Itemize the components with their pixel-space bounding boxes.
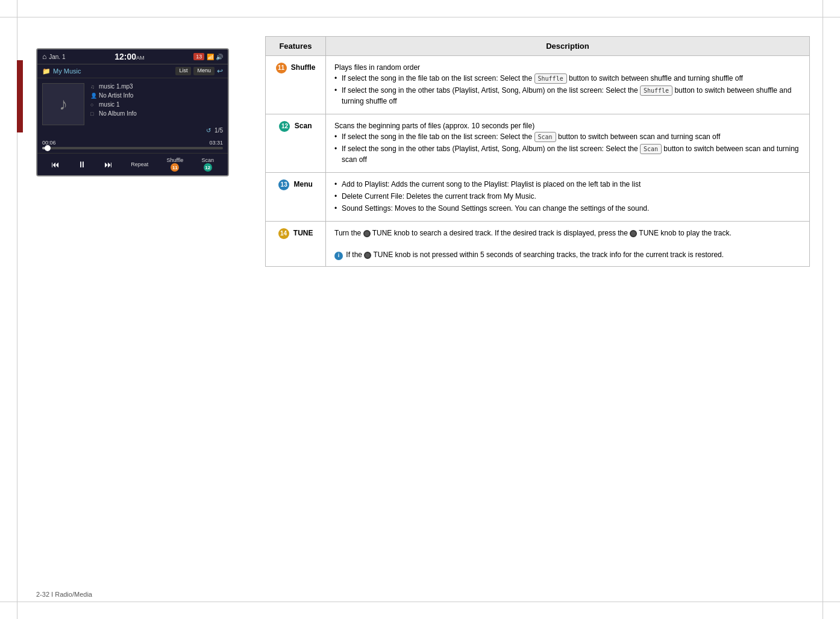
list-item: If select the song in the file tab on th… — [334, 131, 801, 142]
tune-feature-badge: 14 — [278, 228, 289, 239]
content-area: ⌂ Jan. 1 12:00AM 13 📶 🔊 📁 My Music — [36, 30, 810, 583]
page-border-bottom — [0, 602, 840, 602]
list-item: If select the song in the other tabs (Pl… — [334, 143, 801, 165]
screen-badge-num: 13 — [193, 53, 204, 60]
track-album-info: No Album Info — [99, 110, 137, 117]
music-label-text: My Music — [53, 67, 81, 75]
album-art: ♪ — [42, 83, 84, 125]
list-item: If select the song in the other tabs (Pl… — [334, 85, 801, 107]
track-file-name: music 1.mp3 — [99, 83, 133, 90]
info-circle-icon: i — [334, 252, 343, 260]
col-features-header: Features — [266, 37, 326, 56]
play-pause-button[interactable]: ⏸ — [78, 160, 86, 169]
scan-label-text: Scan — [201, 157, 214, 163]
track-file-row: ♫ music 1.mp3 — [90, 83, 223, 90]
list-item: If select the song in the file tab on th… — [334, 73, 801, 84]
features-table: Features Description 11 Shuffle Plays fi… — [265, 36, 810, 267]
screen-nav-buttons: List Menu ↩ — [175, 67, 223, 75]
scan-btn-inline2: Scan — [640, 144, 662, 154]
table-row: 11 Shuffle Plays files in random order I… — [266, 56, 810, 114]
screen-controls: ⏮ ⏸ ⏭ Repeat Shuffle 11 Scan 12 — [37, 153, 228, 175]
music-folder-icon: 📁 — [42, 67, 51, 75]
next-button[interactable]: ⏭ — [104, 160, 113, 169]
tune-info: i If the TUNE knob is not pressed within… — [334, 250, 724, 259]
scan-btn-inline: Scan — [534, 132, 556, 142]
scan-badge: 12 — [204, 163, 212, 172]
table-row: 13 Menu Add to Playlist: Adds the curren… — [266, 173, 810, 222]
shuffle-btn-inline2: Shuffle — [640, 86, 672, 96]
screen-date: Jan. 1 — [49, 54, 65, 60]
shuffle-label-text: Shuffle — [166, 157, 183, 163]
footer-text: 2-32 I Radio/Media — [36, 591, 92, 598]
device-screen: ⌂ Jan. 1 12:00AM 13 📶 🔊 📁 My Music — [36, 48, 229, 176]
music-note-icon: ♪ — [59, 95, 67, 114]
screen-body: ♪ ♫ music 1.mp3 👤 No Artist Info ○ music… — [37, 78, 228, 138]
screen-time-block: 12:00AM — [114, 52, 144, 61]
progress-times: 00:06 03:31 — [42, 140, 223, 146]
shuffle-intro: Plays files in random order — [334, 63, 420, 72]
album-info-icon: □ — [90, 111, 96, 117]
screen-subheader: 📁 My Music List Menu ↩ — [37, 64, 228, 78]
track-artist-row: 👤 No Artist Info — [90, 92, 223, 99]
track-album-label: music 1 — [99, 101, 119, 108]
right-panel: Features Description 11 Shuffle Plays fi… — [265, 30, 810, 583]
shuffle-bullets: If select the song in the file tab on th… — [334, 73, 801, 107]
left-panel: ⌂ Jan. 1 12:00AM 13 📶 🔊 📁 My Music — [36, 30, 247, 583]
screen-header-left: ⌂ Jan. 1 — [42, 52, 66, 61]
screen-time: 12:00 — [114, 52, 136, 61]
artist-icon: 👤 — [90, 93, 96, 99]
shuffle-feature-badge: 11 — [276, 63, 287, 73]
tune-knob-icon3 — [364, 252, 371, 259]
scan-bullets: If select the song in the file tab on th… — [334, 131, 801, 165]
shuffle-btn-inline: Shuffle — [534, 73, 567, 84]
table-row: 14 TUNE Turn the TUNE knob to search a d… — [266, 222, 810, 267]
list-item: Delete Current File: Deletes the current… — [334, 191, 801, 202]
progress-bar-container[interactable] — [42, 147, 223, 149]
screen-music-label: 📁 My Music — [42, 67, 81, 75]
scan-intro: Scans the beginning parts of files (appr… — [334, 122, 534, 130]
screen-header: ⌂ Jan. 1 12:00AM 13 📶 🔊 — [37, 49, 228, 64]
scan-control[interactable]: Scan 12 — [201, 157, 214, 172]
screen-header-right: 13 📶 🔊 — [193, 53, 223, 60]
red-tab — [17, 60, 23, 132]
page-border-right — [823, 0, 823, 619]
table-row: 12 Scan Scans the beginning parts of fil… — [266, 114, 810, 173]
screen-icons: 📶 🔊 — [207, 54, 223, 60]
feature-name-tune: 14 TUNE — [266, 222, 326, 267]
prev-button[interactable]: ⏮ — [51, 160, 60, 169]
footer: 2-32 I Radio/Media — [36, 591, 92, 598]
shuffle-control[interactable]: Shuffle 11 — [166, 157, 183, 172]
tune-knob-icon2 — [630, 230, 637, 237]
track-album-info-row: □ No Album Info — [90, 110, 223, 117]
track-info: ♫ music 1.mp3 👤 No Artist Info ○ music 1… — [90, 83, 223, 134]
back-button[interactable]: ↩ — [217, 67, 223, 75]
track-artist-name: No Artist Info — [99, 92, 133, 99]
track-album-label-row: ○ music 1 — [90, 101, 223, 108]
page-border-top — [0, 17, 840, 17]
file-icon: ♫ — [90, 84, 96, 90]
menu-feature-badge: 13 — [278, 179, 289, 190]
feature-desc-menu: Add to Playlist: Adds the current song t… — [326, 173, 810, 222]
scan-feature-badge: 12 — [279, 121, 290, 132]
track-counter: ↺ 1/5 — [90, 127, 223, 134]
time-elapsed: 00:06 — [42, 140, 56, 146]
menu-button[interactable]: Menu — [193, 67, 215, 75]
repeat-icon: ↺ — [206, 127, 211, 134]
feature-desc-tune: Turn the TUNE knob to search a desired t… — [326, 222, 810, 267]
repeat-button[interactable]: Repeat — [131, 161, 148, 167]
col-description-header: Description — [326, 37, 810, 56]
home-icon: ⌂ — [42, 52, 46, 61]
list-button[interactable]: List — [175, 67, 191, 75]
screen-progress: 00:06 03:31 — [37, 138, 228, 153]
feature-name-menu: 13 Menu — [266, 173, 326, 222]
tune-knob-icon — [363, 230, 371, 237]
feature-desc-scan: Scans the beginning parts of files (appr… — [326, 114, 810, 173]
menu-bullets: Add to Playlist: Adds the current song t… — [334, 179, 801, 214]
screen-time-am: AM — [136, 55, 145, 61]
tune-intro: Turn the TUNE knob to search a desired t… — [334, 229, 732, 237]
feature-desc-shuffle: Plays files in random order If select th… — [326, 56, 810, 114]
list-item: Add to Playlist: Adds the current song t… — [334, 179, 801, 190]
feature-name-shuffle: 11 Shuffle — [266, 56, 326, 114]
list-item: Sound Settings: Moves to the Sound Setti… — [334, 203, 801, 214]
shuffle-badge: 11 — [171, 163, 179, 172]
